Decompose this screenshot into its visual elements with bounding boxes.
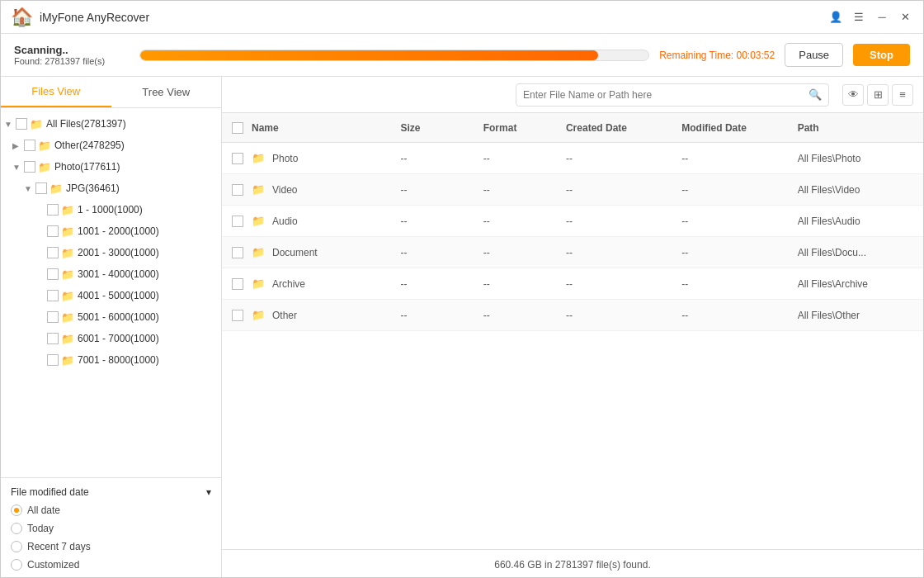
- folder-icon: 📁: [38, 140, 51, 152]
- search-input[interactable]: [523, 89, 808, 101]
- filter-option-all-date[interactable]: All date: [11, 505, 211, 516]
- tree-item[interactable]: 📁 3001 - 4000(1000): [1, 263, 221, 285]
- progress-container: [139, 50, 649, 61]
- tab-files-view[interactable]: Files View: [1, 77, 111, 107]
- col-header-created: Created Date: [566, 122, 681, 134]
- tree-item[interactable]: 📁 6001 - 7000(1000): [1, 328, 221, 349]
- tree-checkbox[interactable]: [47, 225, 59, 237]
- table-row[interactable]: 📁 Photo -- -- -- -- All Files\Photo: [222, 143, 923, 174]
- row-checkbox[interactable]: [232, 153, 252, 164]
- tree-label: 3001 - 4000(1000): [78, 268, 221, 280]
- row-checkbox[interactable]: [232, 278, 252, 290]
- header-checkbox[interactable]: [232, 122, 252, 134]
- table-row[interactable]: 📁 Archive -- -- -- -- All Files\Archive: [222, 268, 923, 300]
- tree-checkbox[interactable]: [47, 204, 59, 216]
- folder-icon: 📁: [61, 311, 74, 324]
- tree-checkbox[interactable]: [47, 247, 59, 258]
- scanning-label: Scanning..: [14, 44, 130, 56]
- tree-checkbox[interactable]: [47, 354, 59, 366]
- menu-icon[interactable]: ☰: [851, 9, 867, 26]
- stop-button[interactable]: Stop: [853, 44, 910, 66]
- cell-created: --: [566, 216, 681, 227]
- cell-size: --: [400, 247, 483, 258]
- folder-icon: 📁: [38, 161, 51, 173]
- folder-icon: 📁: [61, 354, 74, 367]
- tree-item[interactable]: 📁 4001 - 5000(1000): [1, 285, 221, 306]
- col-header-name: Name: [252, 122, 400, 134]
- table-row[interactable]: 📁 Audio -- -- -- -- All Files\Audio: [222, 206, 923, 237]
- folder-icon: 📁: [252, 183, 265, 196]
- table-row[interactable]: 📁 Other -- -- -- -- All Files\Other: [222, 300, 923, 331]
- row-checkbox[interactable]: [232, 216, 252, 227]
- radio-circle: [11, 505, 22, 516]
- folder-icon: 📁: [252, 246, 265, 258]
- tree-label: All Files(2781397): [46, 118, 221, 130]
- list-view-button[interactable]: ≡: [892, 84, 913, 106]
- cell-format: --: [483, 310, 566, 321]
- view-buttons: 👁 ⊞ ≡: [842, 84, 913, 106]
- cell-created: --: [566, 153, 681, 164]
- tree-item[interactable]: 📁 1001 - 2000(1000): [1, 220, 221, 242]
- sidebar-tabs: Files View Tree View: [1, 77, 221, 108]
- tree-item[interactable]: 📁 1 - 1000(1000): [1, 199, 221, 220]
- tree-label: Other(2478295): [54, 140, 221, 151]
- tree-item[interactable]: 📁 2001 - 3000(1000): [1, 242, 221, 263]
- cell-path: All Files\Audio: [798, 216, 913, 227]
- tree-checkbox[interactable]: [24, 140, 35, 151]
- found-label: Found: 2781397 file(s): [14, 56, 130, 66]
- grid-view-button[interactable]: ⊞: [867, 84, 889, 106]
- close-button[interactable]: ✕: [897, 9, 913, 26]
- row-checkbox[interactable]: [232, 247, 252, 258]
- row-checkbox[interactable]: [232, 310, 252, 321]
- radio-circle: [11, 559, 22, 571]
- cell-size: --: [400, 184, 483, 196]
- account-icon[interactable]: 👤: [827, 9, 844, 26]
- tree-label: 1 - 1000(1000): [78, 204, 221, 216]
- tree-checkbox[interactable]: [16, 118, 27, 130]
- tree-item[interactable]: ▶ 📁 Other(2478295): [1, 135, 221, 156]
- row-checkbox[interactable]: [232, 184, 252, 196]
- file-name: Photo: [272, 153, 298, 164]
- col-header-size: Size: [400, 122, 483, 134]
- filter-option-today[interactable]: Today: [11, 523, 211, 534]
- filter-option-recent-7-days[interactable]: Recent 7 days: [11, 541, 211, 552]
- cell-format: --: [483, 216, 566, 227]
- filter-header[interactable]: File modified date ▾: [11, 486, 211, 498]
- cell-path: All Files\Other: [798, 310, 913, 321]
- radio-group: All date Today Recent 7 days Customized: [11, 505, 211, 571]
- folder-icon: 📁: [252, 152, 265, 164]
- tree-item[interactable]: ▼ 📁 All Files(2781397): [1, 113, 221, 135]
- tree-checkbox[interactable]: [24, 161, 35, 173]
- tree-checkbox[interactable]: [47, 311, 59, 323]
- pause-button[interactable]: Pause: [785, 43, 843, 67]
- tree-item[interactable]: ▼ 📁 JPG(36461): [1, 178, 221, 199]
- cell-path: All Files\Photo: [798, 153, 913, 164]
- file-name: Archive: [272, 278, 305, 290]
- remaining-time: Remaining Time: 00:03:52: [659, 50, 775, 61]
- chevron-down-icon: ▾: [206, 486, 211, 498]
- tree-checkbox[interactable]: [35, 182, 47, 194]
- tab-tree-view[interactable]: Tree View: [111, 77, 222, 107]
- filter-option-customized[interactable]: Customized: [11, 559, 211, 571]
- tree-checkbox[interactable]: [47, 333, 59, 344]
- cell-format: --: [483, 247, 566, 258]
- tree-label: 7001 - 8000(1000): [78, 354, 221, 366]
- minimize-button[interactable]: ─: [874, 9, 890, 26]
- tree-item[interactable]: 📁 5001 - 6000(1000): [1, 306, 221, 328]
- tree-checkbox[interactable]: [47, 290, 59, 301]
- filter-section: File modified date ▾ All date Today Rece…: [1, 477, 221, 578]
- col-header-modified: Modified Date: [681, 122, 797, 134]
- search-box[interactable]: 🔍: [516, 83, 829, 107]
- cell-format: --: [483, 278, 566, 290]
- file-name: Audio: [272, 216, 298, 227]
- tree-checkbox[interactable]: [47, 268, 59, 280]
- table-row[interactable]: 📁 Document -- -- -- -- All Files\Docu...: [222, 237, 923, 268]
- cell-modified: --: [681, 247, 797, 258]
- tree-label: 5001 - 6000(1000): [78, 311, 221, 323]
- table-row[interactable]: 📁 Video -- -- -- -- All Files\Video: [222, 174, 923, 206]
- tree-item[interactable]: ▼ 📁 Photo(177611): [1, 156, 221, 178]
- cell-modified: --: [681, 153, 797, 164]
- tree-item[interactable]: 📁 7001 - 8000(1000): [1, 349, 221, 371]
- folder-icon: 📁: [50, 182, 63, 195]
- preview-view-button[interactable]: 👁: [842, 84, 864, 106]
